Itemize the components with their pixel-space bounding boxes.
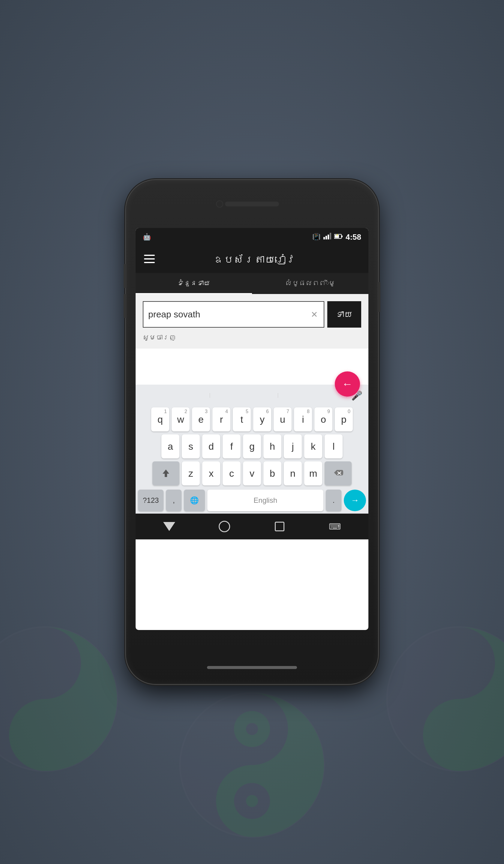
key-p[interactable]: 0p xyxy=(335,407,353,431)
keyboard-row-3: z x c v b n m xyxy=(138,461,366,485)
back-arrow-icon: ← xyxy=(342,378,353,390)
key-f[interactable]: f xyxy=(223,434,241,458)
yin-yang-decoration-right xyxy=(384,624,504,774)
key-n[interactable]: n xyxy=(284,461,302,485)
key-c[interactable]: c xyxy=(223,461,241,485)
suggestion-1[interactable] xyxy=(142,393,210,398)
yin-yang-decoration-bottom xyxy=(177,690,327,840)
svg-point-4 xyxy=(246,795,258,807)
key-t[interactable]: 5t xyxy=(233,407,251,431)
key-y[interactable]: 6y xyxy=(253,407,271,431)
svg-rect-16 xyxy=(144,258,155,260)
nav-keyboard-icon: ⌨ xyxy=(329,522,341,531)
key-d[interactable]: d xyxy=(202,434,220,458)
enter-icon: → xyxy=(351,496,359,505)
key-comma-button[interactable]: , xyxy=(166,490,181,511)
key-w[interactable]: 2w xyxy=(171,407,190,431)
key-m[interactable]: m xyxy=(304,461,322,485)
key-g[interactable]: g xyxy=(243,434,261,458)
nav-back-button[interactable] xyxy=(162,519,177,534)
key-u[interactable]: 7u xyxy=(274,407,291,431)
key-b[interactable]: b xyxy=(263,461,281,485)
tab-search[interactable]: ទំនួន​ទាយ xyxy=(136,273,252,294)
keyboard-bottom-row: ?123 , 🌐 English . → xyxy=(136,490,368,514)
nav-home-circle-icon xyxy=(219,521,230,532)
svg-rect-18 xyxy=(165,476,167,477)
status-bar: 🤖 📳 xyxy=(136,228,368,246)
key-x[interactable]: x xyxy=(202,461,220,485)
svg-rect-17 xyxy=(144,262,155,263)
key-i[interactable]: 8i xyxy=(294,407,312,431)
nav-back-triangle-icon xyxy=(163,522,175,531)
space-label: English xyxy=(253,496,277,505)
suggestion-2[interactable] xyxy=(210,393,278,398)
nav-keyboard-button[interactable]: ⌨ xyxy=(327,519,342,534)
key-period-button[interactable]: . xyxy=(326,490,341,511)
key-r[interactable]: 4r xyxy=(213,407,230,431)
clear-button[interactable]: ✕ xyxy=(310,309,319,321)
back-fab-button[interactable]: ← xyxy=(335,371,360,397)
signal-icon xyxy=(323,233,331,241)
key-e[interactable]: 3e xyxy=(192,407,210,431)
key-l[interactable]: l xyxy=(325,434,343,458)
key-a[interactable]: a xyxy=(161,434,179,458)
nav-recents-button[interactable] xyxy=(272,519,287,534)
svg-rect-8 xyxy=(325,236,327,239)
vibrate-icon: 📳 xyxy=(312,233,320,241)
comma-label: , xyxy=(173,496,175,505)
svg-rect-12 xyxy=(341,236,343,237)
hint-text: សូម​ចារ​ញ​​​​​​​​​​​​​​​​​​​​​​​​​​​​​​​… xyxy=(143,334,361,341)
key-s[interactable]: s xyxy=(182,434,200,458)
app-title: ឧបស័រតាយ​រៀវ xyxy=(161,254,348,265)
volume-down-button[interactable] xyxy=(123,294,127,318)
key-sym-button[interactable]: ?123 xyxy=(138,490,164,511)
search-button[interactable]: ទាយ xyxy=(327,301,361,328)
tab-results[interactable]: លំបូផ​លព​ព​ីមូ xyxy=(252,273,368,294)
phone-device: 🤖 📳 xyxy=(126,180,378,684)
globe-icon: 🌐 xyxy=(190,496,199,505)
key-z[interactable]: z xyxy=(182,461,200,485)
svg-rect-15 xyxy=(144,255,155,256)
nav-recents-square-icon xyxy=(275,522,285,531)
menu-button[interactable] xyxy=(144,255,155,265)
svg-rect-9 xyxy=(328,235,329,239)
backspace-key[interactable] xyxy=(325,461,352,485)
keyboard-row-2: a s d f g h j k l xyxy=(138,434,366,458)
key-globe-button[interactable]: 🌐 xyxy=(184,490,205,511)
backspace-icon xyxy=(333,469,344,478)
svg-rect-10 xyxy=(330,233,331,239)
svg-rect-7 xyxy=(323,237,325,239)
search-input[interactable]: preap sovath xyxy=(148,309,310,320)
suggestion-3[interactable] xyxy=(278,393,347,398)
key-k[interactable]: k xyxy=(304,434,322,458)
svg-point-3 xyxy=(246,723,258,735)
power-button[interactable] xyxy=(377,282,381,312)
keyboard-row-1: 1q 2w 3e 4r 5t 6y 7u 8i 9o 0p xyxy=(138,407,366,431)
key-enter-button[interactable]: → xyxy=(344,490,366,511)
yin-yang-decoration-left xyxy=(0,624,120,774)
search-input-wrapper[interactable]: preap sovath ✕ xyxy=(143,301,324,328)
period-label: . xyxy=(333,496,335,505)
volume-up-button[interactable] xyxy=(123,264,127,288)
shift-key[interactable] xyxy=(152,461,179,485)
status-time: 4:58 xyxy=(346,232,361,242)
sym-label: ?123 xyxy=(143,496,159,505)
keyboard: 🎤 1q 2w 3e 4r 5t 6y 7u 8i 9o 0p xyxy=(136,385,368,514)
key-q[interactable]: 1q xyxy=(151,407,169,431)
front-camera xyxy=(216,200,223,208)
android-icon: 🤖 xyxy=(143,233,151,241)
content-area xyxy=(136,349,368,385)
key-v[interactable]: v xyxy=(243,461,261,485)
search-row: preap sovath ✕ ទាយ xyxy=(143,301,361,328)
speaker-top xyxy=(225,202,279,206)
key-space-button[interactable]: English xyxy=(207,490,323,511)
tabs-container: ទំនួន​ទាយ លំបូផ​លព​ព​ីមូ xyxy=(136,273,368,294)
nav-home-button[interactable] xyxy=(217,519,232,534)
key-j[interactable]: j xyxy=(284,434,302,458)
battery-icon xyxy=(334,233,343,241)
shift-icon xyxy=(161,468,170,479)
key-o[interactable]: 9o xyxy=(314,407,333,431)
key-h[interactable]: h xyxy=(263,434,281,458)
search-area: preap sovath ✕ ទាយ សូម​ចារ​ញ​​​​​​​​​​​​… xyxy=(136,294,368,349)
keyboard-suggestion-bar: 🎤 xyxy=(136,385,368,406)
